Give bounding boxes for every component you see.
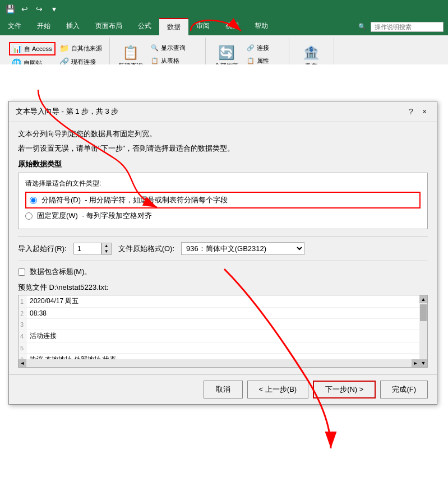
dialog-title: 文本导入向导 - 第 1 步，共 3 步 [16, 106, 118, 117]
dropdown-icon[interactable]: ▾ [48, 3, 59, 15]
tab-insert[interactable]: 插入 [58, 18, 87, 35]
preview-row-4: 4 活动连接 [19, 330, 419, 342]
btn-access[interactable]: 📊 自 Access [9, 42, 56, 55]
redo-icon[interactable]: ↪ [34, 3, 45, 15]
title-bar: 💾 ↩ ↪ ▾ [0, 0, 448, 18]
section-title: 原始数据类型 [18, 159, 428, 169]
tab-view[interactable]: 视图 [218, 18, 247, 35]
tab-help[interactable]: 帮助 [247, 18, 276, 35]
format-select[interactable]: 936：简体中文(GB2312) [181, 242, 304, 255]
preview-section: 预览文件 D:\netstat5223.txt: 1 2020/04/17 周五… [18, 282, 428, 368]
show-query-icon: 🔍 [151, 44, 159, 52]
start-row-row: 导入起始行(R): ▲ ▼ 文件原始格式(O): 936：简体中文(GB2312… [18, 242, 428, 255]
new-query-icon: 📋 [122, 45, 139, 61]
start-row-input[interactable] [73, 243, 101, 254]
from-table-icon: 📋 [151, 57, 159, 64]
preview-row-2: 2 08:38 [19, 308, 419, 319]
start-row-spinner: ▲ ▼ [101, 243, 112, 255]
dialog-close-btn[interactable]: × [419, 106, 430, 117]
start-row-label: 导入起始行(R): [18, 244, 67, 254]
tab-formula[interactable]: 公式 [130, 18, 159, 35]
scrollbar-right-btn[interactable]: ► [412, 359, 419, 367]
radio-delimited[interactable] [30, 197, 37, 204]
preview-row-1: 1 2020/04/17 周五 [19, 295, 419, 308]
scrollbar-track-h [26, 359, 412, 367]
next-button[interactable]: 下一步(N) > [313, 381, 376, 398]
properties-icon: 📋 [247, 57, 255, 64]
save-icon[interactable]: 💾 [4, 3, 16, 15]
finish-button[interactable]: 完成(F) [380, 381, 428, 398]
stocks-icon: 🏦 [303, 45, 320, 61]
btn-show-query[interactable]: 🔍 显示查询 [148, 42, 201, 54]
dialog-desc1: 文本分列向导判定您的数据具有固定列宽。 [18, 129, 428, 139]
connections-icon: 🔗 [247, 44, 255, 52]
other-icon: 📁 [59, 44, 69, 53]
scrollbar-up-btn[interactable]: ▲ [419, 295, 427, 303]
tab-home[interactable]: 开始 [29, 18, 58, 35]
properties-label: 属性 [257, 57, 269, 65]
dialog-body: 文本分列向导判定您的数据具有固定列宽。 若一切设置无误，请单击"下一步"，否则请… [9, 122, 437, 374]
show-query-label: 显示查询 [161, 44, 186, 52]
scrollbar-track-v [419, 303, 427, 359]
preview-scrollbar-v[interactable]: ▲ ▼ [419, 295, 427, 367]
filetype-group: 请选择最适合的文件类型: 分隔符号(D) - 用分隔字符，如逗号或制表符分隔每个… [18, 173, 428, 229]
undo-icon[interactable]: ↩ [19, 3, 30, 15]
cancel-button[interactable]: 取消 [204, 381, 243, 398]
title-bar-icons: 💾 ↩ ↪ ▾ [4, 3, 59, 15]
from-table-label: 从表格 [161, 57, 179, 65]
dialog-titlebar-btns: ? × [405, 106, 430, 117]
radio-fixed-row: 固定宽度(W) - 每列字段加空格对齐 [25, 211, 421, 221]
dialog-desc2: 若一切设置无误，请单击"下一步"，否则请选择最适合的数据类型。 [18, 143, 428, 154]
scrollbar-thumb-v [420, 304, 427, 321]
tab-data[interactable]: 数据 [159, 18, 188, 35]
text-import-dialog: 文本导入向导 - 第 1 步，共 3 步 ? × 文本分列向导判定您的数据具有固… [8, 101, 437, 405]
preview-label: 预览文件 D:\netstat5223.txt: [18, 282, 428, 293]
dialog-footer: 取消 < 上一步(B) 下一步(N) > 完成(F) [9, 374, 437, 404]
btn-connections[interactable]: 🔗 连接 [244, 42, 284, 54]
group-label: 请选择最适合的文件类型: [25, 179, 421, 188]
preview-row-5: 5 [19, 342, 419, 354]
access-icon: 📊 [12, 44, 22, 53]
header-checkbox[interactable] [18, 268, 25, 276]
connections-label: 连接 [257, 44, 269, 52]
dialog-titlebar: 文本导入向导 - 第 1 步，共 3 步 ? × [9, 101, 437, 122]
preview-box: 1 2020/04/17 周五 2 08:38 3 4 活动连接 [18, 295, 428, 368]
access-label: 自 Access [24, 45, 52, 53]
header-checkbox-label[interactable]: 数据包含标题(M)。 [30, 267, 92, 277]
refresh-icon: 🔄 [218, 45, 235, 61]
radio-fixed[interactable] [25, 212, 33, 220]
tab-review[interactable]: 审阅 [188, 18, 218, 35]
radio-delimited-label[interactable]: 分隔符号(D) - 用分隔字符，如逗号或制表符分隔每个字段 [41, 195, 228, 205]
other-label: 自其他来源 [71, 44, 102, 53]
tab-layout[interactable]: 页面布局 [87, 18, 130, 35]
dialog-help-btn[interactable]: ? [405, 106, 417, 117]
preview-row-3: 3 [19, 319, 419, 330]
tab-file[interactable]: 文件 [0, 18, 29, 35]
radio-delimited-row: 分隔符号(D) - 用分隔字符，如逗号或制表符分隔每个字段 [25, 192, 421, 208]
header-checkbox-row: 数据包含标题(M)。 [18, 267, 428, 277]
spinner-down[interactable]: ▼ [102, 249, 111, 254]
btn-other[interactable]: 📁 自其他来源 [57, 42, 105, 54]
preview-scrollbar-h[interactable]: ◄ ► [19, 359, 419, 367]
radio-fixed-label[interactable]: 固定宽度(W) - 每列字段加空格对齐 [37, 211, 152, 221]
scrollbar-down-btn[interactable]: ▼ [419, 359, 427, 367]
prev-button[interactable]: < 上一步(B) [247, 381, 309, 398]
ribbon-tabs: 文件 开始 插入 页面布局 公式 数据 审阅 视图 帮助 🔍 [0, 18, 448, 35]
search-input[interactable] [371, 22, 444, 32]
scrollbar-left-btn[interactable]: ◄ [19, 359, 26, 367]
format-label: 文件原始格式(O): [118, 244, 174, 254]
spinner-up[interactable]: ▲ [102, 243, 111, 249]
